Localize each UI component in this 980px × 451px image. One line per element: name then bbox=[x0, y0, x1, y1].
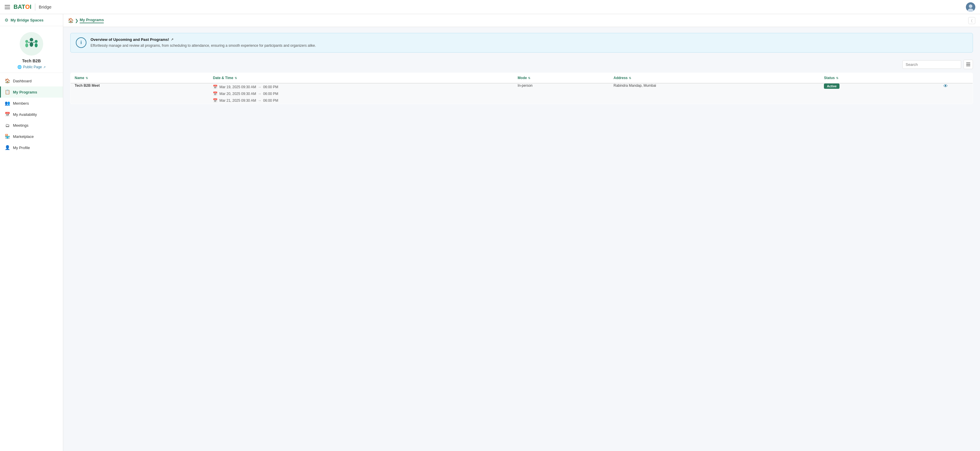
org-logo-svg bbox=[22, 34, 41, 53]
sidebar-item-marketplace[interactable]: 🏪 Marketplace bbox=[0, 131, 63, 142]
nav-divider bbox=[35, 3, 35, 11]
arrow-icon: → bbox=[258, 85, 261, 89]
col-address[interactable]: Address ⇅ bbox=[609, 73, 820, 83]
sidebar-item-members[interactable]: 👥 Members bbox=[0, 97, 63, 109]
date-row: 📅 Mar 21, 2025 09:30 AM → 06:00 PM bbox=[213, 97, 509, 104]
hamburger-menu[interactable] bbox=[5, 5, 10, 9]
calendar-icon: 📅 bbox=[213, 91, 218, 96]
programs-table: Name ⇅ Date & Time ⇅ Mod bbox=[70, 73, 973, 104]
external-link-icon: ↗ bbox=[43, 65, 46, 69]
svg-point-9 bbox=[35, 43, 38, 47]
program-actions: 👁 bbox=[919, 83, 973, 104]
sidebar-item-my-availability[interactable]: 📅 My Availability bbox=[0, 109, 63, 120]
my-profile-icon: 👤 bbox=[5, 145, 10, 150]
svg-rect-14 bbox=[966, 65, 970, 66]
search-input[interactable] bbox=[902, 60, 961, 69]
date-row: 📅 Mar 19, 2025 09:30 AM → 06:00 PM bbox=[213, 83, 509, 90]
end-time-value: 06:00 PM bbox=[263, 85, 278, 89]
svg-point-8 bbox=[35, 40, 38, 43]
date-row: 📅 Mar 20, 2025 09:30 AM → 06:00 PM bbox=[213, 90, 509, 97]
sidebar-item-label-marketplace: Marketplace bbox=[13, 134, 34, 139]
program-mode: In-person bbox=[514, 83, 609, 104]
app-logo: BATOI bbox=[14, 3, 32, 10]
program-name[interactable]: Tech B2B Meet bbox=[70, 83, 209, 104]
view-button[interactable]: 👁 bbox=[943, 83, 948, 89]
members-icon: 👥 bbox=[5, 100, 10, 106]
svg-point-5 bbox=[30, 42, 33, 47]
sort-mode-icon: ⇅ bbox=[528, 76, 530, 80]
org-section: Tech B2B 🌐 Public Page ↗ bbox=[0, 26, 63, 73]
banner-external-link-icon[interactable]: ↗ bbox=[171, 38, 173, 41]
sort-name-icon: ⇅ bbox=[86, 76, 88, 80]
program-status: Active bbox=[820, 83, 919, 104]
breadcrumb-chevron: ❯ bbox=[75, 18, 78, 23]
user-avatar[interactable] bbox=[966, 2, 975, 12]
sidebar-item-label-my-availability: My Availability bbox=[13, 112, 37, 117]
col-datetime[interactable]: Date & Time ⇅ bbox=[209, 73, 514, 83]
table-header: Name ⇅ Date & Time ⇅ Mod bbox=[70, 73, 973, 83]
sidebar-item-label-my-programs: My Programs bbox=[13, 90, 37, 94]
public-page-link[interactable]: 🌐 Public Page ↗ bbox=[18, 65, 45, 69]
right-panel: 🏠 ❯ My Programs 〈 i Overview of Upcoming… bbox=[63, 14, 980, 451]
col-mode[interactable]: Mode ⇅ bbox=[514, 73, 609, 83]
sidebar-item-meetings[interactable]: 🗂 Meetings bbox=[0, 120, 63, 131]
sidebar: ⊙ My Bridge Spaces bbox=[0, 14, 63, 451]
globe-icon: 🌐 bbox=[18, 65, 22, 69]
sort-status-icon: ⇅ bbox=[836, 76, 838, 80]
sidebar-nav: 🏠 Dashboard 📋 My Programs 👥 Members 📅 My… bbox=[0, 73, 63, 451]
info-banner: i Overview of Upcoming and Past Programs… bbox=[70, 33, 973, 53]
col-name[interactable]: Name ⇅ bbox=[70, 73, 209, 83]
home-breadcrumb[interactable]: 🏠 bbox=[68, 18, 74, 23]
svg-point-4 bbox=[30, 38, 33, 41]
info-banner-title: Overview of Upcoming and Past Programs! … bbox=[91, 37, 316, 42]
svg-point-7 bbox=[25, 43, 28, 47]
date-value: Mar 20, 2025 09:30 AM bbox=[219, 92, 256, 96]
status-badge: Active bbox=[824, 83, 840, 89]
sort-datetime-icon: ⇅ bbox=[235, 76, 237, 80]
logo-text: BAT bbox=[14, 3, 25, 10]
spaces-icon: ⊙ bbox=[5, 18, 8, 22]
sidebar-header[interactable]: ⊙ My Bridge Spaces bbox=[0, 14, 63, 26]
sidebar-item-label-my-profile: My Profile bbox=[13, 145, 30, 150]
list-view-button[interactable] bbox=[964, 60, 973, 69]
public-page-label: Public Page bbox=[23, 65, 42, 69]
end-time-value: 06:00 PM bbox=[263, 99, 278, 103]
arrow-icon: → bbox=[258, 99, 261, 103]
arrow-icon: → bbox=[258, 92, 261, 96]
info-banner-content: Overview of Upcoming and Past Programs! … bbox=[91, 37, 316, 48]
calendar-icon: 📅 bbox=[213, 98, 218, 103]
table-body: Tech B2B Meet 📅 Mar 19, 2025 09:30 AM → … bbox=[70, 83, 973, 104]
main-content: i Overview of Upcoming and Past Programs… bbox=[63, 27, 980, 451]
sidebar-item-dashboard[interactable]: 🏠 Dashboard bbox=[0, 75, 63, 86]
sort-address-icon: ⇅ bbox=[629, 76, 631, 80]
date-value: Mar 19, 2025 09:30 AM bbox=[219, 85, 256, 89]
sidebar-item-label-members: Members bbox=[13, 101, 29, 105]
my-availability-icon: 📅 bbox=[5, 112, 10, 117]
calendar-icon: 📅 bbox=[213, 84, 218, 89]
date-value: Mar 21, 2025 09:30 AM bbox=[219, 99, 256, 103]
meetings-icon: 🗂 bbox=[5, 123, 10, 128]
top-navigation: BATOI Bridge bbox=[0, 0, 980, 14]
info-banner-description: Effortlessly manage and review all progr… bbox=[91, 43, 316, 48]
dashboard-icon: 🏠 bbox=[5, 78, 10, 83]
svg-point-6 bbox=[25, 40, 28, 43]
marketplace-icon: 🏪 bbox=[5, 134, 10, 139]
sidebar-item-label-dashboard: Dashboard bbox=[13, 79, 32, 83]
svg-rect-12 bbox=[966, 63, 970, 63]
sidebar-item-my-programs[interactable]: 📋 My Programs bbox=[0, 86, 63, 97]
end-time-value: 06:00 PM bbox=[263, 92, 278, 96]
collapse-sidebar-button[interactable]: 〈 bbox=[968, 17, 975, 24]
breadcrumb-bar: 🏠 ❯ My Programs 〈 bbox=[63, 14, 980, 27]
sidebar-item-label-meetings: Meetings bbox=[13, 123, 29, 127]
my-programs-icon: 📋 bbox=[5, 89, 10, 95]
info-icon: i bbox=[76, 37, 86, 48]
col-actions bbox=[919, 73, 973, 83]
bridge-label: Bridge bbox=[39, 5, 51, 10]
program-address: Rabindra Mandap, Mumbai bbox=[609, 83, 820, 104]
sidebar-item-my-profile[interactable]: 👤 My Profile bbox=[0, 142, 63, 153]
svg-point-1 bbox=[969, 5, 972, 8]
col-status[interactable]: Status ⇅ bbox=[820, 73, 919, 83]
table-row: Tech B2B Meet 📅 Mar 19, 2025 09:30 AM → … bbox=[70, 83, 973, 104]
svg-rect-13 bbox=[966, 64, 970, 65]
app-layout: ⊙ My Bridge Spaces bbox=[0, 14, 980, 451]
